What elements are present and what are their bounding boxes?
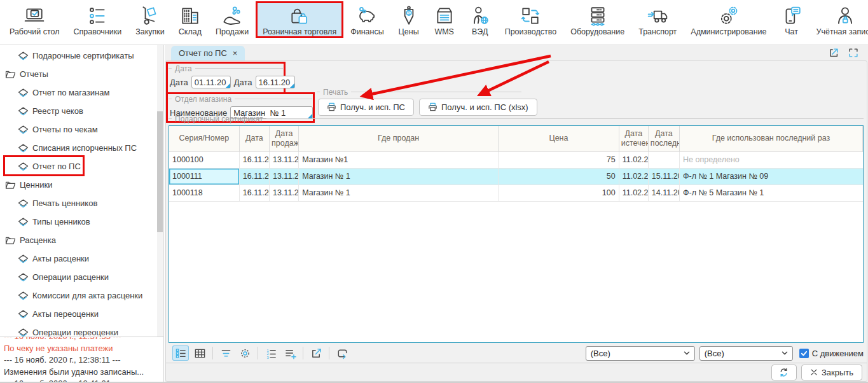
toolbar-item-transport[interactable]: Транспорт — [631, 1, 684, 38]
table-cell[interactable]: Магазин №1 — [299, 151, 499, 168]
table-cell[interactable]: 15.11.20 — [648, 168, 679, 185]
column-header[interactable]: Серия/Номер — [169, 126, 239, 151]
toolbar-item-equipment[interactable]: Оборудование — [563, 1, 631, 38]
column-header[interactable]: Дата последн — [648, 126, 679, 151]
table-cell[interactable]: 100 — [499, 185, 619, 201]
table-cell[interactable] — [648, 151, 679, 168]
table-cell[interactable]: Не определено — [680, 151, 863, 168]
sidebar-item[interactable]: Операции переоценки — [0, 323, 157, 338]
table-row[interactable]: 100010016.11.2013.11.20Магазин №17511.02… — [169, 151, 863, 168]
sidebar-item[interactable]: Акты расценки — [0, 249, 157, 268]
sidebar-item[interactable]: Отчет по магазинам — [0, 83, 157, 102]
table-cell[interactable]: 11.02.21 — [619, 185, 648, 201]
column-header[interactable]: Дата истечен — [619, 126, 648, 151]
toolbar-item-label: Закупки — [135, 27, 165, 36]
auto-reload-button[interactable] — [334, 345, 350, 361]
table-cell[interactable]: 1000100 — [169, 151, 239, 168]
with-movement-checkbox[interactable]: С движением — [799, 349, 864, 358]
sidebar-scrollbar[interactable] — [157, 45, 163, 337]
toolbar-item-label: Производство — [505, 27, 557, 36]
filter-button[interactable] — [217, 345, 234, 361]
column-header[interactable]: Дата — [239, 126, 269, 151]
numbered-list-button[interactable]: 123 — [263, 345, 279, 361]
toolbar-item-finance[interactable]: Финансы — [343, 1, 390, 38]
column-header[interactable]: Где использован последний раз — [680, 126, 863, 151]
toolbar-item-sales[interactable]: Продажи — [209, 1, 256, 38]
export-button[interactable] — [308, 345, 324, 361]
table-row[interactable]: 100011816.11.2013.11.20Магазин № 110011.… — [169, 185, 863, 201]
sidebar-item[interactable]: Отчеты — [0, 65, 157, 83]
date-from-input[interactable] — [191, 76, 231, 88]
gift-certificate-legend: Подарочный сертификат — [169, 115, 864, 123]
grid-settings-button[interactable] — [237, 345, 253, 361]
toolbar-item-label: Продажи — [216, 27, 249, 36]
toolbar-item-retail[interactable]: Розничная торговля — [256, 1, 343, 38]
sidebar-item[interactable]: Отчеты по чекам — [0, 120, 157, 139]
grid-view-button[interactable] — [191, 345, 208, 361]
filter-dropdown-1[interactable]: (Все) — [586, 346, 695, 361]
table-cell[interactable]: 11.02.21 — [619, 168, 648, 185]
print-received-used-ps-button[interactable]: Получ. и исп. ПС — [318, 99, 414, 116]
toolbar-item-label: WMS — [434, 27, 454, 36]
column-header[interactable]: Где продан — [299, 126, 499, 151]
toolbar-item-desktop[interactable]: Рабочий стол — [3, 1, 66, 38]
sidebar-item[interactable]: Ценники — [0, 176, 157, 194]
column-header[interactable]: Цена — [499, 126, 619, 151]
scrollbar-thumb[interactable] — [157, 111, 163, 232]
table-header-row: Серия/НомерДатаДата продажиГде проданЦен… — [169, 126, 863, 151]
toolbar-item-directories[interactable]: Справочники — [66, 1, 128, 38]
tab-close-icon[interactable]: × — [233, 49, 238, 57]
sidebar-item[interactable]: Печать ценников — [0, 194, 157, 212]
table-cell[interactable]: 75 — [499, 151, 619, 168]
list-view-button[interactable] — [172, 345, 189, 361]
toolbar-item-account[interactable]: Учётная запись — [809, 1, 868, 38]
table-cell[interactable]: Ф-л № 5 Магазин № 1 — [680, 185, 863, 201]
toolbar-item-chat[interactable]: Чат — [774, 1, 809, 38]
table-cell[interactable]: Магазин № 1 — [299, 168, 499, 185]
open-in-new-window-icon[interactable] — [828, 47, 839, 59]
sidebar-item[interactable]: Расценка — [0, 231, 157, 249]
table-cell[interactable]: 16.11.20 — [239, 151, 269, 168]
table-cell[interactable]: 16.11.20 — [239, 185, 269, 201]
toolbar-item-purchases[interactable]: Закупки — [128, 1, 172, 38]
fullscreen-icon[interactable] — [848, 47, 859, 59]
diamond-icon — [18, 144, 29, 153]
table-cell[interactable]: 13.11.20 — [269, 168, 298, 185]
column-header[interactable]: Дата продажи — [269, 126, 298, 151]
table-cell[interactable]: 1000111 — [169, 168, 239, 185]
table-cell[interactable]: 13.11.20 — [269, 185, 298, 201]
toolbar-item-foreign-trade[interactable]: ВЭД — [462, 1, 498, 38]
toolbar-item-warehouse[interactable]: Склад — [172, 1, 209, 38]
sidebar-item[interactable]: Операции расценки — [0, 268, 157, 286]
checkbox-checked-icon[interactable] — [799, 349, 809, 358]
sidebar-item[interactable]: Списания испорченных ПС — [0, 139, 157, 157]
print-received-used-ps-xlsx-button[interactable]: Получ. и исп. ПС (xlsx) — [419, 99, 537, 116]
add-to-list-button[interactable] — [282, 345, 298, 361]
sidebar-item[interactable]: Подарочные сертификаты — [0, 46, 157, 65]
sidebar-item[interactable]: Типы ценников — [0, 212, 157, 231]
close-panel-button[interactable]: Закрыть — [801, 365, 862, 380]
filter-dropdown-2[interactable]: (Все) — [699, 346, 793, 361]
refresh-button[interactable] — [771, 365, 797, 380]
toolbar-item-prices[interactable]: $Цены — [391, 1, 427, 38]
table-cell[interactable]: 50 — [499, 168, 619, 185]
table-cell[interactable]: 16.11.20 — [239, 168, 269, 185]
sidebar-item[interactable]: Акты переоценки — [0, 305, 157, 323]
table-cell[interactable]: Магазин № 1 — [299, 185, 499, 201]
date-to-input[interactable] — [256, 76, 295, 88]
table-cell[interactable]: 13.11.20 — [269, 151, 298, 168]
sidebar-item[interactable]: Комиссии для акта расценки — [0, 286, 157, 305]
toolbar-item-administration[interactable]: Администрирование — [684, 1, 773, 38]
toolbar-item-wms[interactable]: WMS — [427, 1, 462, 38]
toolbar-item-production[interactable]: Производство — [498, 1, 564, 38]
directories-icon — [86, 4, 108, 27]
sidebar-item-label: Расценка — [20, 235, 56, 245]
table-cell[interactable]: 14.11.20 — [648, 185, 679, 201]
sidebar-item[interactable]: Реестр чеков — [0, 102, 157, 120]
table-cell[interactable]: 11.02.21 — [619, 151, 648, 168]
table-cell[interactable]: Ф-л № 1 Магазин № 09 — [680, 168, 863, 185]
table-cell[interactable]: 1000118 — [169, 185, 239, 201]
table-row[interactable]: 100011116.11.2013.11.20Магазин № 15011.0… — [169, 168, 863, 185]
tab-report-ps[interactable]: Отчет по ПС × — [171, 46, 245, 60]
sidebar-item[interactable]: Отчет по ПС — [0, 157, 157, 176]
